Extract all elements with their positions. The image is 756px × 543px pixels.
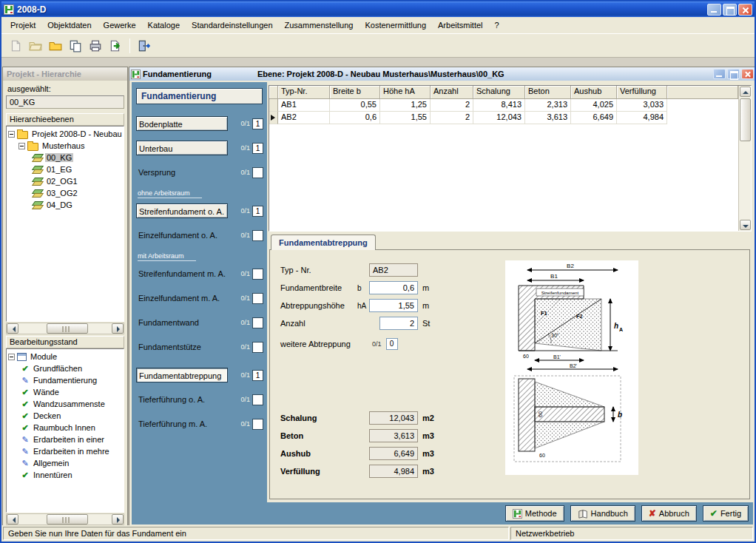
menu-zusammenstellung[interactable]: Zusammenstellung — [279, 18, 360, 32]
cell-anzahl[interactable]: 2 — [431, 99, 473, 112]
nav-streifenfundament-ma[interactable]: Streifenfundament m. A. 0/1 — [136, 266, 263, 281]
scroll-right-button[interactable] — [112, 514, 124, 525]
methode-button[interactable]: Methode — [505, 505, 564, 522]
tree-item-label[interactable]: Musterhaus — [41, 141, 86, 150]
tree-item-module[interactable]: ✔Decken — [8, 410, 124, 422]
nav-streifenfundament-oa[interactable]: Streifenfundament o. A. 0/1 1 — [136, 203, 263, 218]
print-button[interactable] — [86, 36, 104, 55]
column-header[interactable]: Aushub — [571, 86, 617, 99]
table-row-selected[interactable]: AB2 0,6 1,55 2 12,043 3,613 6,649 4,984 — [269, 112, 738, 124]
vertical-scrollbar[interactable] — [738, 86, 751, 231]
tree-item-label[interactable]: Projekt 2008-D - Neubau — [30, 129, 124, 138]
scrollbar-track[interactable] — [740, 97, 751, 220]
scroll-left-button[interactable] — [7, 323, 18, 334]
menu-kostenermittlung[interactable]: Kostenermittlung — [359, 18, 432, 32]
tree-item-module[interactable]: ✔Innentüren — [8, 469, 124, 481]
menu-objektdaten[interactable]: Objektdaten — [41, 18, 97, 32]
nav-button-active[interactable]: Fundamentabtreppung — [136, 368, 228, 382]
tree-item-module[interactable]: ✔Wände — [8, 386, 124, 398]
nav-label[interactable]: Einzelfundament m. A. — [136, 291, 228, 306]
nav-versprung[interactable]: Versprung 0/1 — [136, 165, 263, 180]
count-field[interactable] — [252, 167, 263, 178]
nav-label[interactable]: Einzelfundament o. A. — [136, 228, 228, 243]
collapse-icon[interactable] — [8, 131, 15, 138]
row-selector[interactable] — [269, 112, 278, 124]
nav-einzelfundament-oa[interactable]: Einzelfundament o. A. 0/1 — [136, 228, 263, 243]
scrollbar-track[interactable] — [18, 323, 112, 334]
tree-item-label[interactable]: Fundamentierung — [32, 376, 98, 385]
tree-item-floor[interactable]: 02_OG1 — [8, 175, 124, 187]
export-button[interactable] — [106, 36, 124, 55]
menu-help[interactable]: ? — [489, 18, 505, 32]
tree-item-module[interactable]: ✔Wandzusammenste — [8, 398, 124, 410]
tree-item-label[interactable]: Erdarbeiten in einer — [32, 435, 106, 444]
nav-unterbau[interactable]: Unterbau 0/1 1 — [136, 141, 263, 155]
new-document-button[interactable] — [6, 36, 24, 55]
nav-button[interactable]: Bodenplatte — [136, 116, 228, 131]
handbuch-button[interactable]: Handbuch — [570, 505, 635, 522]
count-field[interactable] — [252, 342, 263, 353]
nav-fundamentstuetze[interactable]: Fundamentstütze 0/1 — [136, 340, 263, 354]
tree-item-label[interactable]: Decken — [32, 411, 62, 420]
count-field[interactable] — [252, 317, 263, 328]
minimize-button[interactable] — [707, 4, 721, 16]
nav-label[interactable]: Tieferführung m. A. — [136, 416, 228, 431]
nav-tieferfuehrung-ma[interactable]: Tieferführung m. A. 0/1 — [136, 416, 263, 431]
breite-input[interactable]: 0,6 — [369, 281, 418, 294]
count-field[interactable]: 1 — [252, 143, 263, 154]
collapse-icon[interactable] — [8, 354, 15, 360]
count-field[interactable]: 1 — [252, 118, 263, 129]
nav-bodenplatte[interactable]: Bodenplatte 0/1 1 — [136, 116, 263, 131]
count-field[interactable]: 1 — [252, 370, 263, 381]
count-field[interactable] — [252, 230, 263, 241]
tree-item-label[interactable]: Raumbuch Innen — [32, 423, 97, 432]
nav-label[interactable]: Tieferführung o. A. — [136, 392, 228, 407]
cell-typ[interactable]: AB1 — [278, 99, 330, 112]
nav-button[interactable]: Streifenfundament o. A. — [136, 203, 228, 218]
fertig-button[interactable]: ✔ Fertig — [703, 505, 749, 522]
cell-anzahl[interactable]: 2 — [431, 112, 473, 124]
menu-projekt[interactable]: Projekt — [4, 18, 41, 32]
horizontal-scrollbar[interactable] — [6, 513, 124, 525]
count-field[interactable] — [252, 269, 263, 280]
restore-button[interactable] — [727, 69, 740, 79]
cell-beton[interactable]: 2,313 — [525, 99, 571, 112]
cell-breite[interactable]: 0,6 — [330, 112, 380, 124]
tree-item-project[interactable]: Projekt 2008-D - Neubau — [8, 128, 124, 140]
cell-hoehe[interactable]: 1,25 — [380, 99, 431, 112]
tree-item-label[interactable]: Allgemein — [32, 459, 70, 468]
menu-standardeinstellungen[interactable]: Standardeinstellungen — [186, 18, 278, 32]
tree-item-label[interactable]: Wandzusammenste — [32, 399, 107, 408]
tree-item-module[interactable]: ✔Grundflächen — [8, 362, 124, 374]
cell-aushub[interactable]: 6,649 — [571, 112, 617, 124]
scrollbar-thumb[interactable] — [740, 98, 751, 141]
hierarchy-titlebar[interactable]: Projekt - Hierarchie — [3, 67, 127, 81]
nav-label[interactable]: Fundamentstütze — [136, 340, 228, 354]
abbruch-button[interactable]: ✘ Abbruch — [641, 505, 697, 522]
tree-item-label[interactable]: Wände — [32, 388, 61, 397]
scrollbar-track[interactable] — [18, 514, 112, 525]
nav-fundamentabtreppung[interactable]: Fundamentabtreppung 0/1 1 — [136, 368, 263, 382]
column-header[interactable]: Typ-Nr. — [278, 86, 330, 99]
nav-einzelfundament-ma[interactable]: Einzelfundament m. A. 0/1 — [136, 291, 263, 306]
count-field[interactable]: 1 — [252, 206, 263, 217]
count-field[interactable] — [252, 293, 263, 304]
scroll-up-button[interactable] — [740, 87, 751, 97]
nav-fundamentwand[interactable]: Fundamentwand 0/1 — [136, 315, 263, 330]
cell-verfuellung[interactable]: 4,984 — [617, 112, 667, 124]
horizontal-scrollbar[interactable] — [6, 323, 124, 334]
exit-button[interactable] — [134, 36, 152, 55]
menu-gewerke[interactable]: Gewerke — [98, 18, 142, 32]
tree-item-label[interactable]: Module — [29, 352, 58, 361]
anzahl-input[interactable]: 2 — [379, 317, 418, 330]
nav-label[interactable]: Fundamentwand — [136, 315, 228, 330]
tree-item-module[interactable]: ✎Fundamentierung — [8, 374, 124, 386]
column-header[interactable]: Verfüllung — [617, 86, 667, 99]
column-header[interactable]: Beton — [525, 86, 571, 99]
cell-verfuellung[interactable]: 3,033 — [617, 99, 667, 112]
tree-item-label[interactable]: Grundflächen — [32, 364, 84, 373]
tree-item-floor[interactable]: 04_DG — [8, 199, 124, 211]
minimize-button[interactable] — [713, 69, 726, 79]
tree-item-label[interactable]: 01_EG — [45, 165, 73, 174]
cell-aushub[interactable]: 4,025 — [571, 99, 617, 112]
